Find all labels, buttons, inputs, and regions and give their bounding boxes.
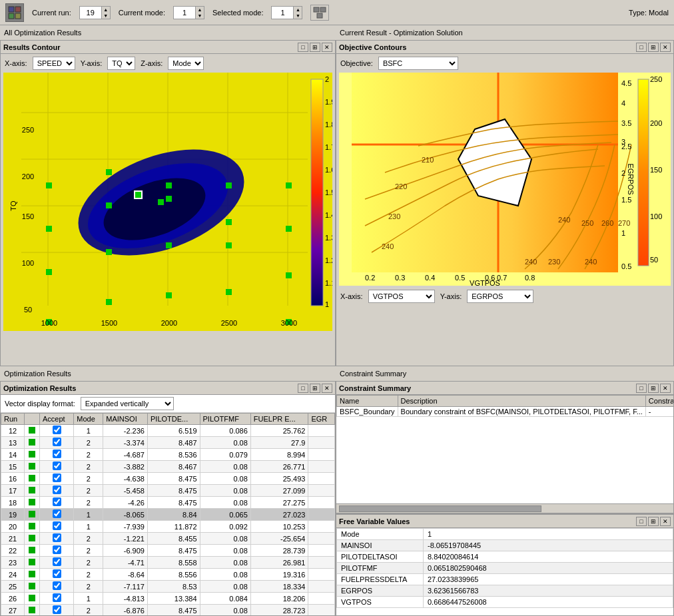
- obj-yaxis-select[interactable]: EGRPOS: [467, 290, 533, 303]
- results-contour-maximize[interactable]: ⊞: [310, 43, 320, 52]
- table-row[interactable]: 15 2 -3.882 8.467 0.08 26.771: [1, 461, 335, 473]
- zaxis-select[interactable]: Mode: [168, 57, 204, 70]
- free-variable-controls[interactable]: □ ⊞ ✕: [636, 517, 671, 526]
- cell-accept[interactable]: [39, 461, 73, 473]
- vector-format-select[interactable]: Expanded vertically: [81, 397, 174, 410]
- cell-accept[interactable]: [39, 425, 73, 437]
- current-mode-up[interactable]: ▲: [196, 7, 204, 13]
- current-run-spinner-buttons[interactable]: ▲ ▼: [101, 7, 110, 19]
- current-run-input[interactable]: 19: [80, 7, 101, 19]
- free-var-maximize[interactable]: ⊞: [648, 517, 659, 526]
- obj-contours-controls[interactable]: □ ⊞ ✕: [636, 43, 671, 52]
- cell-accept[interactable]: [39, 473, 73, 485]
- opt-results-controls[interactable]: □ ⊞ ✕: [298, 384, 332, 393]
- cell-accept[interactable]: [39, 497, 73, 509]
- constraint-table-scroll[interactable]: Name Description Constrai... BSFC_Bounda…: [336, 395, 673, 503]
- cell-accept[interactable]: [39, 593, 73, 605]
- opt-results-maximize[interactable]: ⊞: [310, 384, 320, 393]
- cell-mode: 2: [74, 437, 103, 449]
- obj-contours-maximize[interactable]: ⊞: [648, 43, 659, 52]
- opt-results-table-scroll[interactable]: Run Accept Mode MAINSOI PILOTDE... PILOT…: [1, 413, 335, 615]
- table-row[interactable]: 17 2 -5.458 8.475 0.08 27.099: [1, 485, 335, 497]
- cell-accept[interactable]: [39, 581, 73, 593]
- constraint-maximize[interactable]: ⊞: [648, 384, 659, 393]
- obj-contours-restore[interactable]: □: [636, 43, 647, 52]
- obj-xaxis-select[interactable]: VGTPOS: [368, 290, 435, 303]
- table-row[interactable]: 24 2 -8.64 8.556 0.08 19.316: [1, 569, 335, 581]
- cell-fuelpre: 27.275: [250, 497, 308, 509]
- xaxis-select[interactable]: SPEED: [33, 57, 75, 70]
- cell-accept[interactable]: [39, 509, 73, 521]
- cell-mode: 2: [74, 461, 103, 473]
- constraint-restore[interactable]: □: [636, 384, 647, 393]
- table-row[interactable]: 27 2 -6.876 8.475 0.08 28.723: [1, 605, 335, 616]
- current-run-down[interactable]: ▼: [102, 13, 110, 19]
- results-contour-header: Results Contour □ ⊞ ✕: [1, 41, 335, 54]
- yaxis-select[interactable]: TQ: [107, 57, 135, 70]
- table-row[interactable]: 13 2 -3.374 8.487 0.08 27.9: [1, 437, 335, 449]
- constraint-close[interactable]: ✕: [660, 384, 671, 393]
- cell-accept[interactable]: [39, 449, 73, 461]
- objective-select[interactable]: BSFC: [378, 57, 458, 70]
- svg-text:1500: 1500: [101, 319, 117, 327]
- table-row[interactable]: 26 1 -4.813 13.384 0.084 18.206: [1, 593, 335, 605]
- results-contour-restore[interactable]: □: [298, 43, 308, 52]
- table-row[interactable]: 16 2 -4.638 8.475 0.08 25.493: [1, 473, 335, 485]
- free-var-restore[interactable]: □: [636, 517, 647, 526]
- table-row[interactable]: 19 1 -8.065 8.84 0.065 27.023: [1, 509, 335, 521]
- cell-fuelpre: 28.723: [250, 605, 308, 616]
- constraint-summary-controls[interactable]: □ ⊞ ✕: [636, 384, 671, 393]
- obj-yaxis-label: Y-axis:: [440, 292, 462, 300]
- constraint-scrollbar[interactable]: [336, 503, 673, 513]
- section-all-optimization: All Optimization Results: [0, 25, 336, 40]
- cell-accept[interactable]: [39, 557, 73, 569]
- selected-mode-up[interactable]: ▲: [294, 7, 302, 13]
- selected-mode-down[interactable]: ▼: [294, 13, 302, 19]
- type-label: Type: Modal: [629, 9, 669, 17]
- table-row[interactable]: 12 1 -2.236 6.519 0.086 25.762: [1, 425, 335, 437]
- current-mode-input[interactable]: 1: [174, 7, 195, 19]
- table-row[interactable]: 20 1 -7.939 11.872 0.092 10.253: [1, 521, 335, 533]
- opt-results-restore[interactable]: □: [298, 384, 308, 393]
- cell-pilotfmf: 0.08: [200, 569, 250, 581]
- cell-accept[interactable]: [39, 485, 73, 497]
- table-row[interactable]: 23 2 -4.71 8.558 0.08 26.981: [1, 557, 335, 569]
- current-run-up[interactable]: ▲: [102, 7, 110, 13]
- results-contour-controls[interactable]: □ ⊞ ✕: [298, 43, 332, 52]
- svg-text:1.1: 1.1: [325, 279, 332, 287]
- mode-icon[interactable]: [310, 5, 329, 21]
- table-row[interactable]: 21 2 -1.221 8.455 0.08 -25.654: [1, 533, 335, 545]
- cell-accept[interactable]: [39, 533, 73, 545]
- table-row[interactable]: 18 2 -4.26 8.475 0.08 27.275: [1, 497, 335, 509]
- cell-accept[interactable]: [39, 521, 73, 533]
- section-constraint-summary: Constraint Summary: [336, 366, 674, 381]
- cell-run: 21: [1, 533, 25, 545]
- free-var-value: 27.0233839965: [424, 574, 673, 585]
- obj-contours-close[interactable]: ✕: [660, 43, 671, 52]
- current-run-spinner[interactable]: 19 ▲ ▼: [79, 6, 111, 19]
- cell-pilotde: 8.558: [147, 557, 200, 569]
- cell-mainsoi: -3.374: [103, 437, 148, 449]
- selected-mode-spinner[interactable]: 1 ▲ ▼: [271, 6, 302, 19]
- free-var-close[interactable]: ✕: [660, 517, 671, 526]
- table-row[interactable]: 25 2 -7.117 8.53 0.08 18.334: [1, 581, 335, 593]
- cell-accept[interactable]: [39, 569, 73, 581]
- table-row[interactable]: 22 2 -6.909 8.475 0.08 28.739: [1, 545, 335, 557]
- free-var-value: 0.0651802590468: [424, 563, 673, 574]
- current-mode-spinner-buttons[interactable]: ▲ ▼: [195, 7, 204, 19]
- cell-accept[interactable]: [39, 437, 73, 449]
- free-variable-table-scroll[interactable]: Mode 1 MAINSOI -8.06519708445 PILOTDELTA…: [336, 528, 673, 615]
- selected-mode-input[interactable]: 1: [272, 7, 293, 19]
- svg-text:0.8: 0.8: [525, 274, 535, 282]
- current-mode-down[interactable]: ▼: [196, 13, 204, 19]
- current-mode-spinner[interactable]: 1 ▲ ▼: [173, 6, 204, 19]
- table-row[interactable]: 14 2 -4.687 8.536 0.079 8.994: [1, 449, 335, 461]
- selected-mode-spinner-buttons[interactable]: ▲ ▼: [293, 7, 302, 19]
- cell-accept[interactable]: [39, 545, 73, 557]
- cell-accept[interactable]: [39, 605, 73, 616]
- col-mode: Mode: [74, 414, 103, 425]
- results-contour-close[interactable]: ✕: [322, 43, 332, 52]
- cell-mainsoi: -3.882: [103, 461, 148, 473]
- opt-results-close[interactable]: ✕: [322, 384, 332, 393]
- opt-results-title: Optimization Results: [3, 384, 76, 392]
